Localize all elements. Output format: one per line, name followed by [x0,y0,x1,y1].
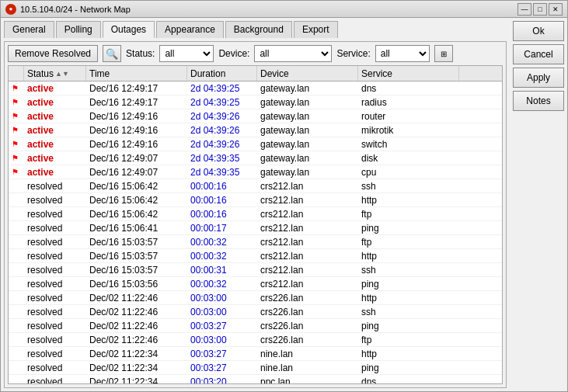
table-row[interactable]: resolvedDec/16 15:03:5600:00:32crs212.la… [9,277,502,291]
row-service: radius [358,95,459,109]
row-service: ping [358,361,459,374]
row-service: http [358,347,459,360]
row-time: Dec/16 15:03:57 [86,263,187,276]
row-device: gateway.lan [257,123,358,137]
device-dropdown[interactable]: all [254,45,332,62]
table-row[interactable]: resolvedDec/02 11:22:3400:03:27nine.lanh… [9,347,502,361]
tab-outages[interactable]: Outages [103,21,155,38]
row-device: gateway.lan [257,165,358,179]
row-flag [9,193,24,206]
table-row[interactable]: ⚑activeDec/16 12:49:162d 04:39:26gateway… [9,123,502,137]
row-device: nine.lan [257,361,358,374]
row-service: http [358,291,459,304]
col-time[interactable]: Time [86,66,187,81]
row-duration: 00:00:32 [187,235,257,248]
notes-button[interactable]: Notes [513,91,564,111]
row-status: resolved [24,221,86,234]
table-row[interactable]: resolvedDec/02 11:22:3400:03:20ppc.landn… [9,375,502,383]
tab-content: Remove Resolved 🔍 Status: all active res… [4,41,507,388]
row-service: dns [358,82,459,95]
title-bar-left: ● 10.5.104.0/24 - Network Map [5,4,131,15]
table-row[interactable]: resolvedDec/02 11:22:3400:03:27nine.lanp… [9,361,502,375]
apply-button[interactable]: Apply [513,68,564,88]
cancel-button[interactable]: Cancel [513,44,564,64]
main-window: ● 10.5.104.0/24 - Network Map — □ ✕ Gene… [0,0,568,392]
row-status: resolved [24,333,86,346]
table-row[interactable]: resolvedDec/02 11:22:4600:03:00crs226.la… [9,333,502,347]
row-duration: 00:03:20 [187,375,257,383]
row-service: ssh [358,179,459,193]
maximize-button[interactable]: □ [533,3,547,16]
row-status: active [24,109,86,123]
row-device: gateway.lan [257,109,358,123]
tab-polling[interactable]: Polling [56,21,101,38]
table-row[interactable]: ⚑activeDec/16 12:49:162d 04:39:26gateway… [9,109,502,123]
row-duration: 2d 04:39:25 [187,95,257,109]
table-row[interactable]: ⚑activeDec/16 12:49:172d 04:39:25gateway… [9,95,502,109]
row-device: crs212.lan [257,235,358,248]
col-device[interactable]: Device [257,66,358,81]
col-duration[interactable]: Duration [187,66,257,81]
table-body: ⚑activeDec/16 12:49:172d 04:39:25gateway… [9,82,502,383]
table-row[interactable]: resolvedDec/02 11:22:4600:03:27crs226.la… [9,319,502,333]
row-time: Dec/16 12:49:17 [86,82,187,95]
service-dropdown[interactable]: all [375,45,430,62]
row-time: Dec/16 15:06:42 [86,207,187,220]
row-service: ssh [358,305,459,318]
row-device: crs226.lan [257,291,358,304]
table-row[interactable]: resolvedDec/16 15:03:5700:00:31crs212.la… [9,263,502,277]
remove-resolved-button[interactable]: Remove Resolved [8,45,98,62]
device-label: Device: [218,48,249,59]
minimize-button[interactable]: — [517,3,531,16]
row-service: ftp [358,235,459,248]
table-row[interactable]: ⚑activeDec/16 12:49:072d 04:39:35gateway… [9,151,502,165]
row-duration: 00:00:31 [187,263,257,276]
row-duration: 00:03:27 [187,347,257,360]
row-status: resolved [24,193,86,206]
tab-background[interactable]: Background [225,21,292,38]
table-row[interactable]: resolvedDec/16 15:06:4200:00:16crs212.la… [9,207,502,221]
col-service[interactable]: Service [358,66,459,81]
view-button[interactable]: ⊞ [434,45,453,62]
ok-button[interactable]: Ok [513,21,564,41]
tab-export[interactable]: Export [294,21,338,38]
row-flag [9,221,24,234]
row-device: crs212.lan [257,263,358,276]
row-flag: ⚑ [9,109,24,123]
row-service: ping [358,277,459,290]
table-row[interactable]: resolvedDec/16 15:03:5700:00:32crs212.la… [9,249,502,263]
table-row[interactable]: resolvedDec/16 15:06:4200:00:16crs212.la… [9,179,502,193]
table-row[interactable]: ⚑activeDec/16 12:49:072d 04:39:35gateway… [9,165,502,179]
table-row[interactable]: ⚑activeDec/16 12:49:172d 04:39:25gateway… [9,82,502,95]
row-service: dns [358,375,459,383]
row-device: crs226.lan [257,305,358,318]
table-row[interactable]: ⚑activeDec/16 12:49:162d 04:39:26gateway… [9,137,502,151]
row-duration: 00:03:27 [187,319,257,332]
row-status: resolved [24,277,86,290]
status-dropdown[interactable]: all active resolved [159,45,214,62]
row-status: active [24,82,86,95]
row-device: nine.lan [257,347,358,360]
table-row[interactable]: resolvedDec/16 15:03:5700:00:32crs212.la… [9,235,502,249]
service-label: Service: [336,48,370,59]
row-flag [9,305,24,318]
row-service: ftp [358,207,459,220]
row-flag: ⚑ [9,137,24,151]
content-area: General Polling Outages Appearance Backg… [1,18,567,391]
row-time: Dec/16 12:49:16 [86,137,187,151]
row-flag [9,207,24,220]
table-row[interactable]: resolvedDec/02 11:22:4600:03:00crs226.la… [9,305,502,319]
close-button[interactable]: ✕ [549,3,563,16]
row-flag: ⚑ [9,151,24,165]
row-flag [9,179,24,193]
main-panel: General Polling Outages Appearance Backg… [1,18,510,391]
table-row[interactable]: resolvedDec/16 15:06:4100:00:17crs212.la… [9,221,502,235]
table-row[interactable]: resolvedDec/16 15:06:4200:00:16crs212.la… [9,193,502,207]
row-device: crs212.lan [257,207,358,220]
tab-appearance[interactable]: Appearance [156,21,224,38]
tab-general[interactable]: General [4,21,54,38]
row-flag: ⚑ [9,82,24,95]
table-row[interactable]: resolvedDec/02 11:22:4600:03:00crs226.la… [9,291,502,305]
search-button[interactable]: 🔍 [103,45,121,62]
col-status[interactable]: Status ▲▼ [24,66,86,81]
